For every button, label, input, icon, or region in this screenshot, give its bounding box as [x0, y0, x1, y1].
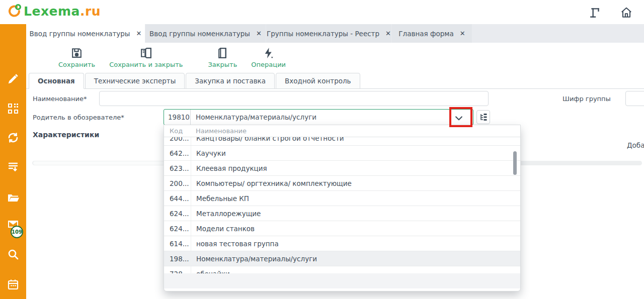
add-button-clipped[interactable]: Добав	[627, 141, 644, 149]
close-door-icon	[216, 47, 229, 59]
parent-name-value: Номенклатура/материалы/услуги	[191, 113, 316, 121]
name-input[interactable]	[99, 91, 489, 106]
tree-icon	[479, 113, 488, 121]
tab-vvod-gruppy-2[interactable]: Ввод группы номенклатуры ✕	[145, 24, 266, 43]
lexema-erp-window: { "header": { "logo_text_main": "Lexema"…	[0, 0, 644, 299]
row-code: 200...	[164, 137, 191, 142]
list-export-icon[interactable]	[7, 161, 19, 173]
sync-icon[interactable]	[7, 132, 19, 144]
tab-close-icon[interactable]: ✕	[385, 30, 391, 37]
dropdown-scrollbar-thumb[interactable]	[513, 151, 517, 175]
tab-label: Ввод группы номенклатуры	[149, 30, 250, 38]
parent-code-value: 19810	[164, 110, 191, 125]
column-header-code: Код	[164, 127, 191, 135]
tab-close-icon[interactable]: ✕	[256, 30, 262, 37]
form-toolbar: Сохранить Сохранить и закрыть Закрыть Оп…	[26, 43, 644, 72]
tab-close-icon[interactable]: ✕	[460, 30, 465, 37]
row-code: 198...	[164, 255, 191, 263]
annotation-red-box	[449, 107, 472, 127]
left-sidebar: 109	[0, 24, 26, 299]
dropdown-row[interactable]: 624... Металлорежущие	[164, 206, 520, 221]
calendar-icon[interactable]	[7, 278, 19, 290]
parent-dropdown-panel: Код Наименование 200... Канцтовары/ блан…	[164, 125, 521, 291]
qr-grid-icon[interactable]	[7, 103, 19, 115]
dropdown-row[interactable]: 198... Номенклатура/материалы/услуги	[164, 251, 520, 266]
row-name: Клеевая продукция	[191, 161, 520, 175]
tab-glavnaya-forma[interactable]: Главная форма ✕	[392, 24, 472, 43]
row-code: 623...	[164, 164, 191, 172]
subtab-tech-experts[interactable]: Технические эксперты	[85, 73, 185, 89]
operations-lightning-icon	[262, 47, 275, 59]
save-and-close-button[interactable]: Сохранить и закрыть	[109, 47, 183, 68]
lexema-logo-icon	[7, 4, 22, 19]
dropdown-row[interactable]: 624... Модели станков	[164, 221, 520, 236]
subtab-strip: Основная Технические эксперты Закупка и …	[26, 72, 644, 89]
journal-icon[interactable]	[589, 6, 602, 19]
row-code: 642...	[164, 149, 191, 157]
dropdown-footer	[164, 273, 520, 288]
dropdown-row[interactable]: 614... новая тестовая группа	[164, 236, 520, 251]
column-header-name: Наименование	[191, 127, 520, 135]
row-code: 644...	[164, 194, 191, 203]
tab-label: Группы номенклатуры - Реестр	[267, 30, 379, 38]
save-close-icon	[140, 47, 152, 59]
tab-vvod-gruppy-1[interactable]: Ввод группы номенклатуры ✕	[26, 24, 145, 43]
pencil-icon[interactable]	[7, 74, 19, 86]
mail-badge: 109	[11, 226, 23, 238]
dropdown-scrollbar[interactable]	[513, 139, 517, 272]
save-button[interactable]: Сохранить	[58, 47, 95, 68]
dropdown-list: 200... Канцтовары/ бланки строгой отчетн…	[164, 137, 520, 274]
group-code-label: Шифр группы	[562, 95, 611, 103]
row-name: Модели станков	[191, 221, 520, 236]
parent-combobox[interactable]: 19810 Номенклатура/материалы/услуги	[164, 109, 473, 125]
lexema-logo[interactable]: Lexema.ru	[7, 4, 101, 19]
row-name: Каучуки	[191, 146, 520, 160]
logo-text: Lexema.ru	[24, 4, 101, 19]
row-name: Металлорежущие	[191, 206, 520, 221]
row-code: 624...	[164, 225, 191, 233]
row-name: новая тестовая группа	[191, 236, 520, 251]
row-code: 614...	[164, 240, 191, 248]
tab-gruppy-reestr[interactable]: Группы номенклатуры - Реестр ✕	[266, 24, 391, 43]
subtab-zakupka[interactable]: Закупка и поставка	[186, 73, 275, 89]
row-code: 624...	[164, 210, 191, 218]
dropdown-row[interactable]: 644... Мебельные КП	[164, 191, 520, 206]
characteristics-heading: Характеристики	[33, 131, 99, 139]
close-button[interactable]: Закрыть	[208, 47, 237, 68]
row-name: Мебельные КП	[191, 191, 520, 206]
dropdown-row[interactable]: 200... Канцтовары/ бланки строгой отчетн…	[164, 137, 520, 146]
tab-label: Ввод группы номенклатуры	[30, 30, 130, 38]
tab-label: Главная форма	[398, 30, 453, 38]
main-tabstrip: Ввод группы номенклатуры ✕ Ввод группы н…	[26, 24, 644, 43]
row-code: 200...	[164, 179, 191, 187]
home-icon[interactable]	[620, 6, 633, 19]
dropdown-row[interactable]: 200... Компьютеры/ оргтехника/ комплекту…	[164, 176, 520, 191]
save-icon	[70, 47, 83, 59]
row-name: Номенклатура/материалы/услуги	[191, 251, 520, 266]
dropdown-row[interactable]: 642... Каучуки	[164, 146, 520, 161]
row-name: Канцтовары/ бланки строгой отчетности	[191, 137, 520, 145]
dropdown-row[interactable]: 623... Клеевая продукция	[164, 161, 520, 176]
group-code-input[interactable]	[625, 91, 644, 106]
tree-view-button[interactable]	[476, 110, 490, 124]
search-icon[interactable]	[7, 248, 19, 260]
tab-close-icon[interactable]: ✕	[136, 30, 142, 37]
subtab-vhodnoy-kontrol[interactable]: Входной контроль	[276, 73, 360, 89]
subtab-osnovnaya[interactable]: Основная	[29, 73, 84, 89]
top-header: Lexema.ru	[0, 0, 644, 24]
parent-field-label: Родитель в обозревателе*	[33, 114, 124, 121]
name-field-label: Наименование*	[33, 95, 87, 103]
row-name: Компьютеры/ оргтехника/ комплектующие	[191, 176, 520, 190]
operations-button[interactable]: Операции	[251, 47, 286, 68]
folder-icon[interactable]	[7, 192, 19, 204]
